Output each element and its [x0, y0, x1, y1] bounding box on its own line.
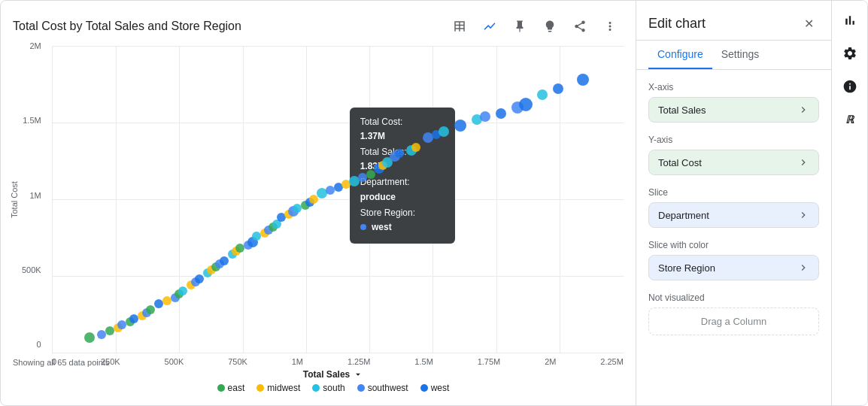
grid-line [369, 46, 370, 353]
data-dot-53[interactable] [411, 143, 420, 152]
data-dot-9[interactable] [146, 305, 155, 314]
data-dot-65[interactable] [577, 74, 589, 86]
field-select-slice-with-color[interactable]: Store Region [648, 255, 819, 280]
tooltip-store-region-row: Store Region: west [360, 206, 445, 235]
field-select-x-axis[interactable]: Total Sales [648, 97, 819, 123]
legend-item-south: south [312, 383, 344, 393]
chart-inner: Total Cost: 1.37M Total Sales: 1.83M Dep… [22, 46, 630, 353]
x-tick-500k: 500K [165, 357, 184, 366]
y-tick-0: 0 [22, 340, 41, 349]
tab-configure[interactable]: Configure [648, 41, 712, 69]
field-select-slice[interactable]: Department [648, 202, 819, 228]
x-tick-1-25m: 1.25M [348, 357, 371, 366]
drag-column-area[interactable]: Drag a Column [648, 308, 819, 335]
legend-item-east: east [217, 383, 245, 393]
field-group-x-axis: X-axis Total Sales [648, 82, 819, 123]
data-dot-14[interactable] [178, 286, 187, 295]
pin-button[interactable] [506, 13, 533, 40]
chart-header: Total Cost by Total Sales and Store Regi… [1, 13, 636, 46]
x-tick-1-5m: 1.5M [414, 357, 432, 366]
tab-settings[interactable]: Settings [712, 41, 769, 69]
y-axis-label: Total Cost [7, 46, 22, 353]
chart-area: Total Cost by Total Sales and Store Regi… [1, 1, 636, 405]
grid-line [53, 46, 624, 47]
chart-body: Total Cost [1, 46, 636, 353]
insight-button[interactable] [536, 13, 563, 40]
grid-line [432, 46, 433, 353]
data-dot-62[interactable] [519, 98, 533, 111]
field-select-y-axis[interactable]: Total Cost [648, 150, 819, 175]
data-dot-22[interactable] [220, 256, 229, 265]
grid-line [53, 199, 624, 200]
chart-toolbar [446, 13, 624, 40]
field-label: Slice [648, 187, 819, 198]
y-tick-500k: 500K [22, 265, 41, 274]
field-group-slice: Slice Department [648, 187, 819, 228]
field-label: X-axis [648, 82, 819, 92]
y-tick-1m: 1M [22, 191, 41, 200]
not-visualized-section: Not visualized Drag a Column [648, 292, 819, 335]
grid-line [179, 46, 180, 353]
data-dot-64[interactable] [553, 83, 563, 94]
data-dot-60[interactable] [496, 108, 506, 119]
field-group-y-axis: Y-axis Total Cost [648, 135, 819, 175]
data-dot-63[interactable] [537, 89, 548, 100]
field-label: Slice with color [648, 240, 819, 250]
x-tick-250k: 250K [101, 357, 120, 366]
x-tick-2-25m: 2.25M [600, 357, 624, 366]
legend-dot-southwest [357, 384, 365, 392]
legend: eastmidwestsouthsouthwestwest [217, 383, 450, 393]
chevron-right-icon [797, 262, 809, 274]
edit-tabs: Configure Settings [636, 41, 831, 70]
legend-item-midwest: midwest [256, 383, 300, 393]
table-view-button[interactable] [446, 13, 473, 40]
edit-panel-title: Edit chart [648, 16, 706, 32]
legend-dot-south [312, 384, 320, 392]
not-visualized-label: Not visualized [648, 292, 819, 303]
grid-line [243, 46, 244, 353]
data-dot-0[interactable] [84, 332, 95, 343]
more-button[interactable] [596, 13, 624, 40]
x-tick-0: 0 [52, 357, 56, 366]
data-dot-59[interactable] [480, 111, 490, 122]
plot-area: Total Cost: 1.37M Total Sales: 1.83M Dep… [52, 46, 624, 353]
chart-view-button[interactable] [476, 13, 503, 40]
grid-line [496, 46, 497, 353]
data-dot-57[interactable] [454, 120, 466, 132]
tooltip-dot [360, 224, 366, 230]
right-icons-panel: ℝ [831, 1, 867, 405]
legend-dot-east [217, 384, 225, 392]
share-button[interactable] [566, 13, 593, 40]
data-dot-17[interactable] [195, 274, 204, 283]
gear-icon-button[interactable] [836, 40, 863, 67]
close-edit-panel-button[interactable]: ✕ [798, 13, 819, 34]
x-tick-1-75m: 1.75M [478, 357, 501, 366]
r-icon-button[interactable]: ℝ [836, 106, 863, 133]
x-axis-title[interactable]: Total Sales [303, 369, 363, 380]
legend-item-southwest: southwest [357, 383, 408, 393]
x-tick-2m: 2M [545, 357, 556, 366]
field-label: Y-axis [648, 135, 819, 145]
edit-panel-header: Edit chart ✕ [636, 1, 831, 41]
legend-item-west: west [420, 383, 450, 393]
chart-title: Total Cost by Total Sales and Store Regi… [13, 20, 241, 33]
edit-body: X-axis Total Sales Y-axis Total Cost Sli… [636, 70, 831, 405]
grid-line [116, 46, 117, 353]
data-dot-51[interactable] [395, 149, 404, 158]
y-tick-1-5m: 1.5M [22, 116, 41, 125]
legend-dot-midwest [256, 384, 264, 392]
bar-chart-icon-button[interactable] [836, 7, 863, 34]
data-dot-56[interactable] [439, 126, 449, 137]
grid-line [53, 123, 624, 123]
chevron-right-icon [797, 104, 809, 116]
info-icon-button[interactable] [836, 73, 863, 100]
x-tick-750k: 750K [228, 357, 247, 366]
field-group-slice-with-color: Slice with color Store Region [648, 240, 819, 280]
chevron-right-icon [797, 156, 809, 168]
legend-dot-west [420, 384, 428, 392]
chevron-right-icon [797, 209, 809, 221]
x-tick-1m: 1M [292, 357, 303, 366]
edit-panel: Edit chart ✕ Configure Settings X-axis T… [636, 1, 831, 405]
grid-line [53, 276, 624, 277]
